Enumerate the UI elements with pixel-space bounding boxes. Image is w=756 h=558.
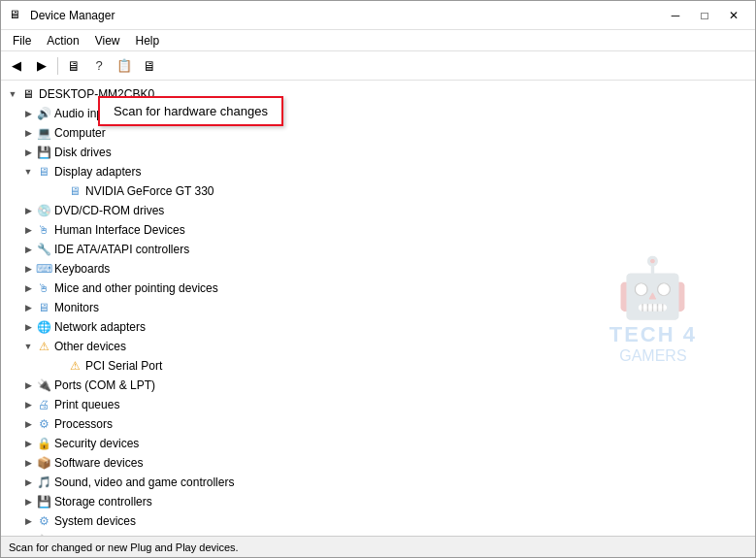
device-manager-window: 🖥 Device Manager ─ □ ✕ File Action View …	[0, 0, 756, 558]
menu-view[interactable]: View	[87, 32, 128, 49]
display-label: Display adapters	[54, 165, 141, 179]
title-bar-left: 🖥 Device Manager	[9, 8, 115, 23]
tree-item-monitors[interactable]: ▶ 🖥 Monitors	[1, 298, 755, 317]
storage-label: Storage controllers	[54, 495, 152, 509]
tree-item-computer[interactable]: ▶ 💻 Computer	[1, 123, 755, 143]
tree-item-keyboards[interactable]: ▶ ⌨ Keyboards	[1, 259, 755, 279]
monitors-expand: ▶	[20, 300, 36, 315]
menu-action[interactable]: Action	[39, 32, 86, 49]
ide-expand: ▶	[20, 242, 36, 257]
tree-item-mice[interactable]: ▶ 🖱 Mice and other pointing devices	[1, 279, 755, 298]
toolbar-computer[interactable]: 🖥	[62, 54, 85, 78]
software-icon: 📦	[36, 455, 51, 471]
ports-expand: ▶	[20, 377, 36, 393]
mice-label: Mice and other pointing devices	[54, 281, 218, 295]
security-icon: 🔒	[36, 436, 51, 451]
hid-icon: 🖱	[36, 222, 51, 238]
menu-bar: File Action View Help	[1, 30, 755, 51]
hid-expand: ▶	[20, 222, 36, 238]
audio-expand: ▶	[20, 106, 36, 121]
hid-label: Human Interface Devices	[54, 223, 185, 237]
system-expand: ▶	[20, 513, 36, 529]
tree-item-dvd[interactable]: ▶ 💿 DVD/CD-ROM drives	[1, 201, 755, 220]
root-expand-icon: ▼	[5, 86, 20, 102]
processors-icon: ⚙	[36, 416, 51, 432]
toolbar-help[interactable]: ?	[87, 54, 111, 78]
other-expand: ▼	[20, 339, 36, 354]
storage-expand: ▶	[20, 494, 36, 509]
storage-icon: 💾	[36, 494, 51, 509]
sound-icon: 🎵	[36, 475, 51, 490]
usb-label: Universal Serial Bus controllers	[54, 534, 216, 536]
tree-item-usb[interactable]: ▶ 🔌 Universal Serial Bus controllers	[1, 531, 755, 536]
mice-icon: 🖱	[36, 280, 51, 296]
print-label: Print queues	[54, 398, 119, 411]
network-icon: 🌐	[36, 319, 51, 335]
window-controls: ─ □ ✕	[662, 5, 747, 26]
dvd-icon: 💿	[36, 203, 51, 218]
minimize-button[interactable]: ─	[662, 5, 689, 26]
ide-label: IDE ATA/ATAPI controllers	[54, 243, 189, 256]
tree-view[interactable]: ▼ 🖥 DESKTOP-MM2CBK0 ▶ 🔊 Audio inputs ▶ 💻…	[1, 81, 755, 536]
tree-item-other[interactable]: ▼ ⚠ Other devices	[1, 337, 755, 356]
pci-icon: ⚠	[67, 358, 82, 374]
title-bar: 🖥 Device Manager ─ □ ✕	[1, 1, 755, 30]
toolbar-forward[interactable]: ▶	[30, 54, 53, 78]
usb-expand: ▶	[20, 533, 36, 536]
status-bar: Scan for changed or new Plug and Play de…	[1, 536, 755, 557]
tooltip-text: Scan for hardware changes	[114, 104, 268, 118]
tree-item-hid[interactable]: ▶ 🖱 Human Interface Devices	[1, 220, 755, 240]
tree-item-storage[interactable]: ▶ 💾 Storage controllers	[1, 492, 755, 511]
menu-file[interactable]: File	[5, 32, 39, 49]
tree-item-system[interactable]: ▶ ⚙ System devices	[1, 511, 755, 531]
display-expand: ▼	[20, 164, 36, 180]
ports-icon: 🔌	[36, 377, 51, 393]
toolbar-back[interactable]: ◀	[5, 54, 28, 78]
system-label: System devices	[54, 514, 136, 528]
tree-item-disk[interactable]: ▶ 💾 Disk drives	[1, 143, 755, 162]
monitors-icon: 🖥	[36, 300, 51, 315]
toolbar-sep-1	[57, 57, 58, 75]
tree-item-security[interactable]: ▶ 🔒 Security devices	[1, 434, 755, 453]
keyboards-label: Keyboards	[54, 262, 110, 276]
network-label: Network adapters	[54, 320, 146, 334]
tree-item-nvidia[interactable]: 🖥 NVIDIA GeForce GT 330	[1, 181, 755, 201]
nvidia-expand	[51, 183, 67, 199]
tree-item-software[interactable]: ▶ 📦 Software devices	[1, 453, 755, 473]
system-icon: ⚙	[36, 513, 51, 529]
security-label: Security devices	[54, 437, 139, 450]
ports-label: Ports (COM & LPT)	[54, 378, 155, 392]
tree-item-ports[interactable]: ▶ 🔌 Ports (COM & LPT)	[1, 376, 755, 395]
audio-icon: 🔊	[36, 106, 51, 121]
app-icon: 🖥	[9, 8, 24, 23]
processors-label: Processors	[54, 417, 113, 431]
toolbar-scan[interactable]: 🖥	[138, 54, 161, 78]
sound-expand: ▶	[20, 475, 36, 490]
print-expand: ▶	[20, 397, 36, 412]
close-button[interactable]: ✕	[720, 5, 747, 26]
other-icon: ⚠	[36, 339, 51, 354]
tree-item-print[interactable]: ▶ 🖨 Print queues	[1, 395, 755, 414]
menu-help[interactable]: Help	[128, 32, 168, 49]
processors-expand: ▶	[20, 416, 36, 432]
maximize-button[interactable]: □	[691, 5, 718, 26]
root-icon: 🖥	[20, 86, 36, 102]
tree-item-pci[interactable]: ⚠ PCI Serial Port	[1, 356, 755, 376]
nvidia-icon: 🖥	[67, 183, 82, 199]
toolbar: ◀ ▶ 🖥 ? 📋 🖥	[1, 51, 755, 81]
toolbar-properties[interactable]: 📋	[113, 54, 136, 78]
computer-expand: ▶	[20, 125, 36, 141]
tree-item-network[interactable]: ▶ 🌐 Network adapters	[1, 317, 755, 337]
ide-icon: 🔧	[36, 242, 51, 257]
tree-item-display[interactable]: ▼ 🖥 Display adapters	[1, 162, 755, 181]
tree-item-processors[interactable]: ▶ ⚙ Processors	[1, 414, 755, 434]
pci-label: PCI Serial Port	[85, 359, 162, 373]
print-icon: 🖨	[36, 397, 51, 412]
tree-item-ide[interactable]: ▶ 🔧 IDE ATA/ATAPI controllers	[1, 240, 755, 259]
keyboards-icon: ⌨	[36, 261, 51, 277]
tree-item-sound[interactable]: ▶ 🎵 Sound, video and game controllers	[1, 473, 755, 492]
mice-expand: ▶	[20, 280, 36, 296]
other-label: Other devices	[54, 340, 126, 353]
pci-expand	[51, 358, 67, 374]
usb-icon: 🔌	[36, 533, 51, 536]
